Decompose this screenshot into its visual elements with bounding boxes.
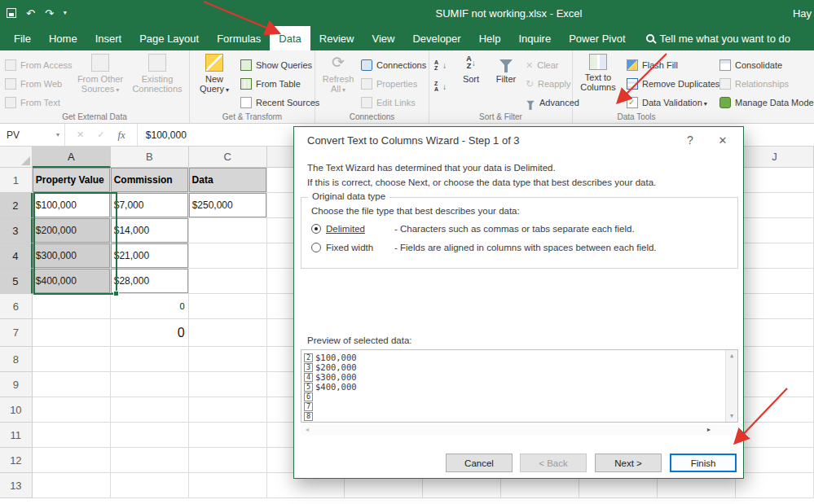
row-header-4[interactable]: 4 [0,243,33,269]
tab-home[interactable]: Home [40,26,86,50]
tab-view[interactable]: View [363,26,403,50]
row-header-5[interactable]: 5 [0,269,33,294]
flash-fill-button[interactable]: Flash Fill [627,57,678,73]
data-validation-button[interactable]: Data Validation [627,94,707,111]
advanced-button[interactable]: Advanced [526,94,579,111]
sort-ascending-button[interactable] [434,57,447,73]
cell-B8[interactable] [111,347,189,372]
row-header-13[interactable]: 13 [0,473,33,498]
cell-C11[interactable] [189,423,267,448]
preview-vertical-scrollbar[interactable]: ▲ ▼ [725,350,737,422]
cell-A6[interactable] [33,294,111,319]
column-header-C[interactable]: C [189,147,267,168]
cell-B11[interactable] [111,423,189,448]
manage-data-model-button[interactable]: Manage Data Model [719,94,814,111]
sort-descending-button[interactable] [434,78,447,94]
cell-C12[interactable] [189,448,267,473]
tab-data[interactable]: Data [270,26,310,50]
cell-C8[interactable] [189,347,267,372]
dialog-help-button[interactable]: ? [678,127,702,153]
tab-developer[interactable]: Developer [403,26,469,50]
text-to-columns-button[interactable]: Text to Columns [576,54,620,92]
cell-J12[interactable] [736,448,814,473]
column-header-B[interactable]: B [111,147,189,168]
row-header-2[interactable]: 2 [0,193,33,218]
cell-B13[interactable] [111,473,189,498]
row-header-11[interactable]: 11 [0,423,33,448]
row-header-7[interactable]: 7 [0,319,33,347]
delimited-radio[interactable] [311,224,321,234]
cell-J7[interactable] [736,319,814,347]
cell-C7[interactable] [189,319,267,347]
cell-A4[interactable]: $300,000 [33,243,111,269]
row-header-10[interactable]: 10 [0,397,33,423]
undo-icon[interactable]: ↶ [26,8,35,19]
cell-B6[interactable]: 0 [111,294,189,319]
filter-button[interactable]: Filter [490,54,522,84]
remove-duplicates-button[interactable]: Remove Duplicates [627,76,719,92]
consolidate-button[interactable]: Consolidate [719,57,782,73]
cell-B7[interactable]: 0 [111,319,189,347]
data-preview-box[interactable]: 2$100,0003$200,0004$300,0005$400,000678 … [301,349,738,423]
fixed-width-radio-label[interactable]: Fixed width [326,243,389,252]
redo-icon[interactable]: ↷ [45,8,54,19]
cell-J5[interactable] [736,269,814,294]
row-header-8[interactable]: 8 [0,347,33,372]
tab-inquire[interactable]: Inquire [509,26,560,50]
dialog-close-button[interactable]: ✕ [709,127,737,153]
cell-J1[interactable] [736,168,814,193]
cell-J13[interactable] [736,473,814,498]
scroll-right-icon[interactable]: ► [702,424,715,435]
cell-B12[interactable] [111,448,189,473]
tab-file[interactable]: File [5,26,40,50]
finish-button[interactable]: Finish [670,454,737,472]
save-icon[interactable] [7,8,16,18]
scroll-down-icon[interactable]: ▼ [726,410,737,422]
cell-A9[interactable] [33,372,111,397]
cell-C3[interactable] [189,218,267,243]
insert-function-icon[interactable]: fx [117,129,125,142]
cell-B5[interactable]: $28,000 [111,269,189,294]
row-header-9[interactable]: 9 [0,372,33,397]
formula-input[interactable]: $100,000 [138,124,187,146]
cell-B10[interactable] [111,397,189,423]
cell-C2[interactable]: $250,000 [189,193,267,218]
recent-sources-button[interactable]: Recent Sources [240,94,319,111]
cell-B4[interactable]: $21,000 [111,243,189,269]
row-header-3[interactable]: 3 [0,218,33,243]
column-header-A[interactable]: A [33,147,111,168]
cell-C13[interactable] [189,473,267,498]
tab-help[interactable]: Help [470,26,510,50]
cell-J9[interactable] [736,372,814,397]
connections-button[interactable]: Connections [361,57,426,73]
row-header-6[interactable]: 6 [0,294,33,319]
cell-A1[interactable]: Property Value [33,168,111,193]
delimited-radio-label[interactable]: Delimited [326,224,389,234]
row-header-12[interactable]: 12 [0,448,33,473]
cell-A5[interactable]: $400,000 [33,269,111,294]
sort-button[interactable]: Sort [455,54,486,84]
cell-A13[interactable] [33,473,111,498]
cell-C10[interactable] [189,397,267,423]
cell-B2[interactable]: $7,000 [111,193,189,218]
cell-A8[interactable] [33,347,111,372]
name-box[interactable]: PV ▾ [0,124,65,146]
tab-formulas[interactable]: Formulas [208,26,270,50]
cell-C9[interactable] [189,372,267,397]
cell-A11[interactable] [33,423,111,448]
column-header-J[interactable]: J [736,147,814,168]
cell-J8[interactable] [736,347,814,372]
scroll-left-icon[interactable]: ◄ [301,424,314,435]
customize-quick-access-icon[interactable]: ▾ [64,10,67,16]
tell-me-box[interactable]: Tell me what you want to do [646,26,790,50]
preview-horizontal-scrollbar[interactable]: ◄ ► [301,424,738,435]
select-all-corner[interactable] [0,147,33,168]
cell-B3[interactable]: $14,000 [111,218,189,243]
cancel-button[interactable]: Cancel [446,454,513,472]
tab-page-layout[interactable]: Page Layout [130,26,208,50]
cell-A12[interactable] [33,448,111,473]
cell-B9[interactable] [111,372,189,397]
fixed-width-radio-row[interactable]: Fixed width - Fields are aligned in colu… [311,243,657,252]
name-box-caret-icon[interactable]: ▾ [56,131,59,138]
scroll-up-icon[interactable]: ▲ [726,350,737,362]
